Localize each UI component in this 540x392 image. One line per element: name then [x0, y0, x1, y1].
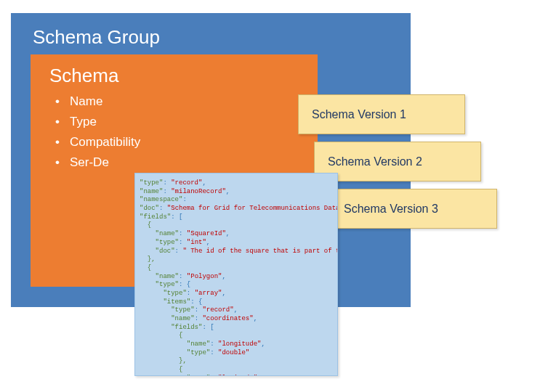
- schema-version-label: Schema Version 2: [328, 155, 422, 168]
- schema-version-card-3: Schema Version 3: [330, 189, 497, 229]
- schema-json-preview: "type": "record","name": "milanoRecord",…: [134, 173, 338, 376]
- schema-title: Schema: [49, 65, 299, 87]
- schema-version-label: Schema Version 3: [344, 203, 438, 216]
- schema-version-card-1: Schema Version 1: [298, 94, 465, 134]
- schema-attr-compatibility: Compatibility: [49, 132, 299, 152]
- schema-attr-name: Name: [49, 91, 299, 112]
- schema-json-text: "type": "record","name": "milanoRecord",…: [140, 179, 331, 376]
- schema-attribute-list: Name Type Compatibility Ser-De: [49, 91, 299, 173]
- schema-version-card-2: Schema Version 2: [314, 142, 481, 181]
- schema-version-label: Schema Version 1: [312, 108, 406, 121]
- schema-group-title: Schema Group: [33, 26, 390, 49]
- schema-attr-type: Type: [49, 112, 299, 132]
- schema-attr-serde: Ser-De: [49, 152, 299, 173]
